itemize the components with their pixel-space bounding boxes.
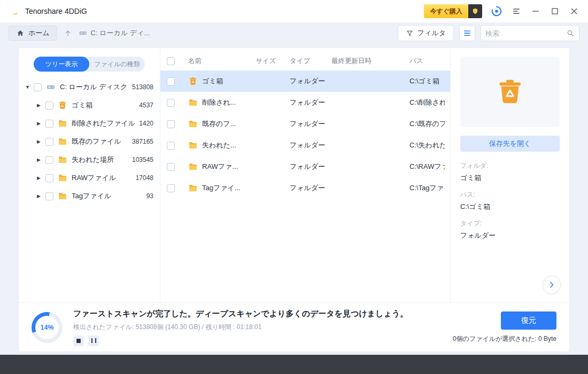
field-label: フォルダ: bbox=[460, 161, 560, 170]
tree-item-existing-files[interactable]: ▶ 既存のファイル 387165 bbox=[19, 133, 160, 151]
caret-right-icon[interactable]: ▶ bbox=[37, 121, 45, 126]
caret-right-icon[interactable]: ▶ bbox=[37, 139, 45, 144]
checkbox[interactable] bbox=[45, 120, 53, 128]
up-arrow-icon[interactable] bbox=[64, 29, 72, 37]
table-row[interactable]: 失われた... フォルダー C:\失われた場所 bbox=[160, 135, 450, 156]
trash-icon bbox=[495, 77, 525, 107]
home-button[interactable]: ホーム bbox=[9, 26, 57, 41]
caret-right-icon[interactable]: ▶ bbox=[37, 175, 45, 181]
tree-item-deleted-files[interactable]: ▶ 削除されたファイル 1420 bbox=[19, 114, 160, 133]
disk-icon bbox=[46, 82, 56, 92]
tree-item-count: 387165 bbox=[129, 138, 153, 145]
breadcrumb[interactable]: C: ローカル ディ... bbox=[79, 28, 150, 38]
view-mode-button[interactable] bbox=[459, 25, 475, 41]
search-icon[interactable] bbox=[566, 29, 575, 37]
titlebar-controls: 今すぐ購入 bbox=[424, 4, 579, 18]
scan-controls bbox=[73, 336, 408, 346]
table-row[interactable]: RAWファ... フォルダー C:\RAWファイ... bbox=[160, 156, 450, 177]
row-checkbox[interactable] bbox=[167, 77, 175, 85]
caret-right-icon[interactable]: ▶ bbox=[37, 103, 45, 108]
tree-item-count: 103545 bbox=[129, 156, 153, 163]
buy-button[interactable]: 今すぐ購入 bbox=[424, 4, 482, 18]
column-header-modified[interactable]: 最終更新日時 bbox=[331, 57, 409, 66]
tree-item-label: C: ローカル ディスク bbox=[60, 82, 127, 92]
search-input[interactable] bbox=[485, 29, 566, 37]
row-checkbox[interactable] bbox=[167, 184, 175, 192]
tree-item-recycle-bin[interactable]: ▶ ゴミ箱 4537 bbox=[19, 96, 160, 114]
folder-icon bbox=[58, 119, 67, 128]
disk-icon bbox=[79, 29, 87, 37]
folder-icon bbox=[188, 119, 198, 129]
column-header-name[interactable]: 名前 bbox=[188, 57, 256, 66]
tree-item-label: RAWファイル bbox=[72, 173, 116, 183]
table-row[interactable]: 削除され... フォルダー C:\削除された... bbox=[160, 92, 450, 113]
column-header-type[interactable]: タイプ bbox=[290, 57, 331, 66]
select-all-checkbox[interactable] bbox=[167, 57, 175, 65]
filter-icon bbox=[406, 29, 414, 37]
filter-button[interactable]: フィルタ bbox=[398, 25, 454, 41]
checkbox[interactable] bbox=[45, 156, 53, 164]
folder-icon bbox=[188, 183, 198, 193]
cell-type: フォルダー bbox=[290, 119, 331, 129]
open-location-button[interactable]: 保存先を開く bbox=[460, 136, 560, 152]
checkbox[interactable] bbox=[45, 138, 53, 146]
table-row[interactable]: Tagファイ... フォルダー C:\Tagファイル bbox=[160, 177, 450, 199]
chevron-right-icon bbox=[547, 280, 556, 289]
next-page-button[interactable] bbox=[543, 276, 561, 294]
tree-item-count: 4537 bbox=[136, 102, 153, 109]
cell-name: 既存のフ... bbox=[202, 119, 236, 129]
checkbox[interactable] bbox=[45, 102, 53, 110]
caret-right-icon[interactable]: ▶ bbox=[37, 157, 45, 162]
column-header-size[interactable]: サイズ bbox=[256, 57, 290, 66]
column-header-path[interactable]: パス bbox=[409, 57, 445, 66]
minimize-icon[interactable] bbox=[530, 6, 541, 17]
tree-item-tag-files[interactable]: ▶ Tagファイル 93 bbox=[19, 187, 160, 205]
cell-name: RAWファ... bbox=[202, 162, 238, 172]
cell-path: C:\Tagファイル bbox=[409, 183, 445, 193]
folder-icon bbox=[58, 173, 67, 183]
promo-icon[interactable] bbox=[491, 5, 502, 17]
row-checkbox[interactable] bbox=[167, 120, 175, 128]
sidebar: ツリー表示 ファイルの種類 ▼ C: ローカル ディスク 513808 ▶ bbox=[19, 48, 160, 302]
status-right: 復元 0個のファイルが選択された: 0 Byte bbox=[453, 311, 556, 344]
menu-icon[interactable] bbox=[511, 6, 522, 17]
row-checkbox[interactable] bbox=[167, 163, 175, 171]
folder-icon bbox=[58, 155, 67, 165]
tree-item-lost-location[interactable]: ▶ 失われた場所 103545 bbox=[19, 151, 160, 169]
checkbox[interactable] bbox=[45, 192, 53, 200]
scan-progress-ring: 14% bbox=[32, 312, 63, 343]
preview-field-folder: フォルダ: ゴミ箱 bbox=[460, 161, 560, 183]
checkbox[interactable] bbox=[34, 83, 42, 91]
cell-type: フォルダー bbox=[290, 76, 331, 86]
table-row[interactable]: 既存のフ... フォルダー C:\既存のファ... bbox=[160, 113, 450, 135]
statusbar: 14% ファーストスキャンが完了した。ディープスキャンでより多くのデータを見つけ… bbox=[19, 302, 569, 352]
stop-scan-button[interactable] bbox=[73, 336, 84, 346]
tree-item-label: 失われた場所 bbox=[72, 155, 114, 165]
caret-down-icon[interactable]: ▼ bbox=[25, 84, 34, 90]
cell-type: フォルダー bbox=[290, 183, 331, 193]
list-view-icon bbox=[462, 28, 472, 38]
titlebar: Tenorshare 4DDiG 今すぐ購入 bbox=[0, 0, 588, 22]
pause-scan-button[interactable] bbox=[88, 336, 99, 346]
table-row[interactable]: ゴミ箱 フォルダー C:\ゴミ箱 bbox=[160, 71, 450, 92]
app-logo-icon bbox=[9, 5, 20, 17]
tree-item-label: 削除されたファイル bbox=[72, 119, 135, 128]
tab-tree-view[interactable]: ツリー表示 bbox=[34, 57, 89, 72]
trash-icon bbox=[58, 100, 67, 110]
filter-label: フィルタ bbox=[417, 28, 446, 38]
tree-item-raw-files[interactable]: ▶ RAWファイル 17048 bbox=[19, 169, 160, 187]
close-icon[interactable] bbox=[569, 6, 579, 17]
restore-button[interactable]: 復元 bbox=[501, 311, 556, 330]
cell-path: C:\RAWファイ... bbox=[409, 162, 445, 172]
caret-right-icon[interactable]: ▶ bbox=[37, 193, 45, 199]
maximize-icon[interactable] bbox=[550, 6, 560, 17]
checkbox[interactable] bbox=[45, 174, 53, 182]
tree-item-root[interactable]: ▼ C: ローカル ディスク 513808 bbox=[19, 78, 160, 96]
cell-path: C:\ゴミ箱 bbox=[409, 76, 445, 86]
row-checkbox[interactable] bbox=[167, 99, 175, 107]
row-checkbox[interactable] bbox=[167, 142, 175, 150]
preview-field-path: パス: C:\ゴミ箱 bbox=[460, 190, 560, 212]
status-detail: 検出されたファイル: 513808個 (140.30 GB) / 残り時間 : … bbox=[73, 323, 408, 332]
preview-panel: 保存先を開く フォルダ: ゴミ箱 パス: C:\ゴミ箱 タイプ: フォルダー bbox=[451, 48, 569, 302]
tab-file-types[interactable]: ファイルの種類 bbox=[89, 57, 145, 72]
